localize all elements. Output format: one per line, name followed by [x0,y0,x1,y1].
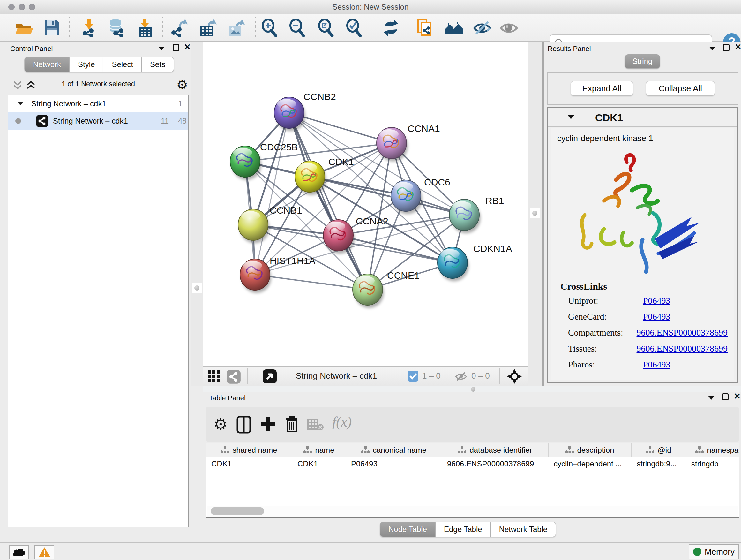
table-row[interactable]: CDK1CDK1P064939606.ENSP00000378699cyclin… [206,457,739,471]
network-canvas[interactable]: CCNB2CCNA1CDC25BCDK1CDC6RB1CCNB1CCNA2CDK… [203,42,528,367]
column-header-@id[interactable]: @id [631,443,686,457]
export-table-icon[interactable] [199,18,217,37]
control-panel-menu-icon[interactable] [158,47,165,51]
tab-node-table[interactable]: Node Table [380,522,435,537]
control-panel-close-icon[interactable]: ✕ [184,44,191,51]
import-network-icon[interactable] [80,18,98,37]
node-CDC6[interactable] [391,180,422,214]
table-hscrollbar[interactable] [207,506,738,516]
crosslink-link[interactable]: 9606.ENSP00000378699 [636,327,728,338]
expand-all-chevron-icon[interactable] [25,80,37,91]
table-panel-close-icon[interactable]: ✕ [734,393,741,400]
left-splitter-handle[interactable] [192,283,202,293]
network-view-title: String Network – cdk1 [296,371,377,381]
detach-view-icon[interactable] [263,369,277,383]
tab-edge-table[interactable]: Edge Table [435,522,491,537]
column-header-name[interactable]: name [292,443,346,457]
control-panel-float-icon[interactable] [173,44,179,51]
table-panel-menu-icon[interactable] [708,396,715,400]
results-panel-menu-icon[interactable] [709,47,716,51]
crosslink-link[interactable]: P06493 [643,312,670,322]
cloud-button[interactable] [9,545,29,559]
refresh-icon[interactable] [382,18,400,37]
right-splitter-handle[interactable] [530,208,540,219]
expand-all-button[interactable]: Expand All [570,81,633,96]
column-header-namespace[interactable]: namespace [686,443,739,457]
tab-style[interactable]: Style [70,57,104,72]
open-session-icon[interactable] [14,18,32,37]
export-image-icon[interactable] [227,18,246,37]
hidden-count-label: 0 – 0 [471,371,490,381]
table-settings-gear-icon[interactable]: ⚙ [213,415,228,434]
new-network-from-selection-icon[interactable] [417,18,435,37]
table-cell[interactable]: CDK1 [292,457,346,471]
collapse-all-button[interactable]: Collapse All [646,81,715,96]
node-label-CDK1: CDK1 [328,157,354,167]
edge-CCNB2-HIST1H1A[interactable] [255,113,289,274]
crosslink-link[interactable]: 9606.ENSP00000378699 [636,344,728,354]
node-CCNB2[interactable] [274,97,306,131]
delete-column-icon[interactable] [284,415,299,433]
home-icon[interactable] [445,18,463,37]
hide-selected-icon[interactable] [473,18,491,37]
network-collection-row[interactable]: String Network – cdk1 1 [8,95,188,112]
tab-select[interactable]: Select [104,57,142,72]
table-cell[interactable]: cyclin–dependent ... [549,457,631,471]
tab-sets[interactable]: Sets [142,57,174,72]
tab-string[interactable]: String [625,54,660,68]
grid-view-icon[interactable] [208,370,220,383]
fit-selected-crosshair-icon[interactable] [507,368,522,384]
node-CCNA1[interactable] [377,127,408,162]
zoom-out-icon[interactable] [288,18,307,37]
add-column-icon[interactable] [259,416,276,432]
edge-CCNA2-CDKN1A[interactable] [338,235,453,263]
table-hscrollbar-thumb[interactable] [211,507,264,515]
collapse-all-chevron-icon[interactable] [12,80,23,91]
column-header-description[interactable]: description [549,443,631,457]
zoom-selected-icon[interactable] [345,18,363,37]
column-header-canonical-name[interactable]: canonical name [346,443,442,457]
save-session-icon[interactable] [43,18,61,37]
table-cell[interactable]: P06493 [346,457,442,471]
selected-nodes-checkbox-icon[interactable] [408,371,418,381]
table-cell[interactable]: CDK1 [206,457,292,471]
crosslink-link[interactable]: P06493 [643,296,670,306]
show-columns-icon[interactable] [237,416,251,434]
entry-collapse-icon[interactable] [568,115,574,119]
left-splitter[interactable] [191,42,203,386]
tab-network[interactable]: Network [24,57,70,72]
edge-CCNE1-HIST1H1A[interactable] [255,274,367,290]
zoom-in-icon[interactable] [260,18,279,37]
network-view-mode-icon[interactable] [226,369,241,384]
show-all-icon[interactable] [500,18,518,37]
table-cell[interactable]: stringdb [686,457,739,471]
node-CDKN1A[interactable] [437,247,469,281]
table-splitter-handle[interactable] [471,387,475,392]
collection-expand-icon[interactable] [17,102,23,105]
node-CDC25B[interactable] [230,146,261,180]
network-row[interactable]: String Network – cdk1 11 48 [8,112,188,130]
table-panel-splitter[interactable] [203,386,741,392]
results-panel-float-icon[interactable] [723,44,730,51]
right-splitter[interactable] [529,42,542,386]
node-CCNE1[interactable] [353,274,384,308]
zoom-fit-icon[interactable] [317,18,335,37]
results-panel-close-icon[interactable]: ✕ [735,44,741,51]
column-header-database-identifier[interactable]: database identifier [442,443,549,457]
node-RB1[interactable] [449,199,481,233]
warnings-button[interactable] [35,545,54,559]
crosslink-link[interactable]: P06493 [643,360,670,370]
tab-network-table[interactable]: Network Table [491,522,556,537]
table-cell[interactable]: stringdb:9... [631,457,686,471]
hidden-eye-icon[interactable] [455,370,468,382]
column-header-shared-name[interactable]: shared name [206,443,292,457]
export-network-icon[interactable] [170,18,188,37]
entry-header-row[interactable]: CDK1 [548,108,738,127]
import-network-database-icon[interactable] [107,18,126,37]
table-panel-float-icon[interactable] [722,393,729,400]
network-options-gear-icon[interactable]: ⚙ [177,77,188,92]
node-CDK1[interactable] [295,161,326,195]
memory-button[interactable]: Memory [689,544,739,559]
import-table-icon[interactable] [136,18,155,37]
table-cell[interactable]: 9606.ENSP00000378699 [442,457,549,471]
